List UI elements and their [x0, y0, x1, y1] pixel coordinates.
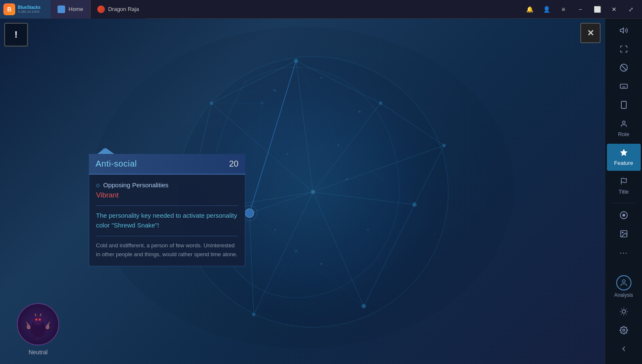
sound-button[interactable]	[609, 22, 639, 39]
game-close-x-icon: ✕	[587, 28, 594, 38]
title-label: Title	[618, 189, 628, 195]
game-close-button[interactable]: ✕	[580, 23, 601, 43]
title-icon	[620, 178, 628, 187]
tab-home[interactable]: Home	[51, 0, 91, 19]
svg-point-26	[442, 144, 446, 147]
svg-rect-59	[620, 84, 627, 88]
diamond-icon: ◇	[96, 182, 100, 188]
svg-point-49	[274, 229, 276, 231]
dragon-raja-tab-label: Dragon Raja	[108, 6, 139, 12]
svg-point-62	[623, 121, 625, 123]
feature-label: Feature	[614, 160, 633, 166]
personality-card: Anti-social 20 ◇ Opposing Personalities …	[89, 154, 245, 266]
avatar-area: Neutral	[17, 303, 59, 356]
svg-line-58	[621, 65, 626, 70]
svg-point-70	[622, 310, 625, 313]
card-header-title: Anti-social	[96, 159, 137, 169]
more-dots-icon: ···	[620, 248, 628, 257]
brightness-button[interactable]	[609, 303, 639, 320]
analysis-icon	[616, 275, 631, 290]
bs-app-name: BlueStacks	[18, 5, 41, 10]
svg-line-74	[626, 314, 626, 314]
opposing-personalities-label: Opposing Personalities	[103, 181, 168, 189]
role-label: Role	[618, 131, 629, 137]
menu-button[interactable]: ≡	[556, 3, 571, 16]
back-button[interactable]	[609, 340, 639, 357]
card-body: ◇ Opposing Personalities Vibrant The per…	[89, 175, 245, 266]
sidebar-nav-role[interactable]: Role	[607, 115, 641, 142]
svg-line-73	[621, 309, 621, 309]
svg-point-69	[622, 280, 625, 283]
card-header: Anti-social 20	[89, 154, 245, 175]
avatar-circle	[17, 303, 59, 345]
svg-point-39	[261, 102, 263, 104]
svg-point-55	[39, 319, 41, 321]
svg-point-66	[623, 214, 625, 216]
right-sidebar: Role Feature Title ··	[605, 19, 642, 364]
fullscreen-button[interactable]	[609, 41, 639, 57]
bs-brand-text: BlueStacks 4.180.10.1004	[18, 5, 41, 14]
card-flavor-text: Cold and indifferent, a person of few wo…	[96, 241, 238, 259]
role-icon	[620, 120, 628, 129]
sidebar-divider	[611, 203, 637, 203]
avatar-icon	[21, 307, 55, 341]
game-area: ! ✕ Anti-social 20 ◇ Opposing Personalit…	[0, 19, 605, 364]
settings-button[interactable]	[609, 322, 639, 339]
svg-point-68	[622, 232, 623, 233]
home-tab-label: Home	[69, 6, 83, 12]
more-options-button[interactable]: ···	[609, 244, 639, 261]
account-button[interactable]: 👤	[539, 3, 554, 16]
window-controls: 🔔 👤 ≡ − ⬜ ✕ ⤢	[522, 3, 642, 16]
exclamation-icon: !	[14, 29, 17, 40]
card-divider-1	[96, 205, 238, 206]
svg-point-51	[367, 229, 369, 231]
record-button[interactable]	[609, 207, 639, 224]
svg-point-54	[36, 319, 38, 321]
svg-point-53	[33, 315, 43, 325]
svg-rect-60	[621, 101, 626, 109]
svg-point-50	[321, 263, 323, 265]
svg-marker-63	[620, 149, 627, 155]
home-tab-icon	[58, 5, 65, 13]
svg-point-40	[337, 144, 340, 147]
svg-point-46	[359, 111, 361, 113]
card-divider-2	[96, 236, 238, 236]
analysis-label: Analysis	[614, 292, 633, 298]
svg-line-78	[626, 309, 626, 309]
card-header-value: 20	[229, 159, 239, 169]
title-bar: B BlueStacks 4.180.10.1004 Home Dragon R…	[0, 0, 642, 19]
svg-point-47	[287, 153, 288, 155]
svg-point-48	[346, 178, 348, 181]
maximize-button[interactable]: ⬜	[590, 3, 605, 16]
sidebar-nav-title[interactable]: Title	[607, 172, 641, 200]
bs-logo-icon: B	[3, 3, 15, 15]
keyboard-button[interactable]	[609, 78, 639, 95]
sidebar-nav-feature[interactable]: Feature	[607, 144, 641, 171]
side-expand-button[interactable]: ⤢	[623, 3, 639, 16]
sidebar-bottom: Analysis	[607, 272, 641, 361]
card-section-title-row: ◇ Opposing Personalities	[96, 181, 238, 189]
dragon-raja-tab-icon	[97, 5, 105, 13]
card-description-text: The personality key needed to activate p…	[96, 211, 238, 230]
svg-line-77	[621, 314, 621, 314]
svg-point-79	[623, 329, 625, 331]
bs-version: 4.180.10.1004	[18, 10, 41, 14]
svg-marker-56	[620, 28, 623, 33]
phone-button[interactable]	[609, 96, 639, 113]
gallery-button[interactable]	[609, 225, 639, 242]
notification-bell-button[interactable]: 🔔	[522, 3, 537, 16]
bluestacks-logo: B BlueStacks 4.180.10.1004	[0, 0, 51, 19]
svg-point-45	[321, 77, 322, 79]
analysis-button[interactable]: Analysis	[607, 272, 641, 301]
tab-dragon-raja[interactable]: Dragon Raja	[91, 0, 146, 19]
svg-point-29	[311, 190, 315, 194]
avatar-label: Neutral	[28, 349, 47, 356]
notification-icon[interactable]: !	[4, 23, 28, 47]
minimize-button[interactable]: −	[573, 3, 588, 16]
vibrant-personality-label: Vibrant	[96, 191, 238, 200]
block-icon-button[interactable]	[609, 59, 639, 76]
close-window-button[interactable]: ✕	[606, 3, 622, 16]
svg-point-41	[295, 250, 297, 252]
svg-point-44	[274, 90, 276, 92]
feature-icon	[620, 149, 628, 158]
